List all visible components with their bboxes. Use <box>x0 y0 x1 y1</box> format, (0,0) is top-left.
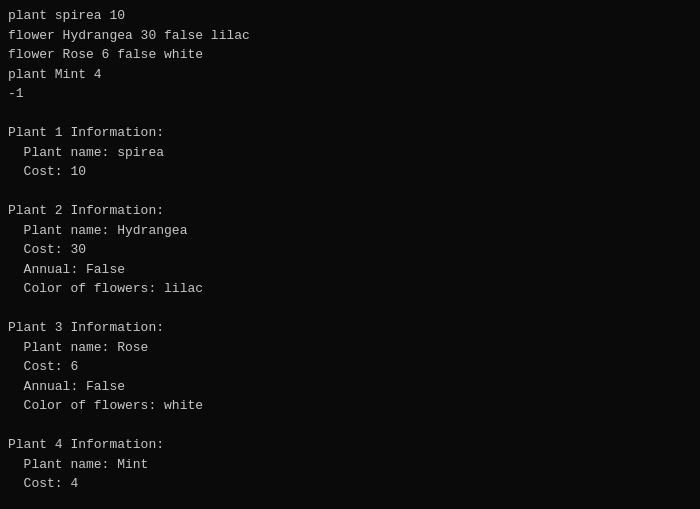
terminal-line: Annual: False <box>8 377 692 397</box>
terminal-line: Plant name: Hydrangea <box>8 221 692 241</box>
terminal-line: Plant name: spirea <box>8 143 692 163</box>
terminal-line: Plant 2 Information: <box>8 201 692 221</box>
terminal-line: Color of flowers: lilac <box>8 279 692 299</box>
terminal-line: Plant 3 Information: <box>8 318 692 338</box>
terminal-line: plant Mint 4 <box>8 65 692 85</box>
terminal-line: plant spirea 10 <box>8 6 692 26</box>
terminal-line: Annual: False <box>8 260 692 280</box>
terminal-line: Cost: 10 <box>8 162 692 182</box>
terminal-line: Cost: 30 <box>8 240 692 260</box>
terminal-line: Plant name: Mint <box>8 455 692 475</box>
terminal-line: Cost: 6 <box>8 357 692 377</box>
terminal-line <box>8 494 692 510</box>
terminal-line: flower Hydrangea 30 false lilac <box>8 26 692 46</box>
terminal-line <box>8 104 692 124</box>
terminal-line: -1 <box>8 84 692 104</box>
terminal-window: plant spirea 10flower Hydrangea 30 false… <box>0 0 700 509</box>
terminal-line <box>8 299 692 319</box>
terminal-line: Color of flowers: white <box>8 396 692 416</box>
terminal-line: Plant 1 Information: <box>8 123 692 143</box>
terminal-line: Cost: 4 <box>8 474 692 494</box>
terminal-line: Plant 4 Information: <box>8 435 692 455</box>
terminal-line: Plant name: Rose <box>8 338 692 358</box>
terminal-line <box>8 182 692 202</box>
terminal-line: flower Rose 6 false white <box>8 45 692 65</box>
terminal-line <box>8 416 692 436</box>
